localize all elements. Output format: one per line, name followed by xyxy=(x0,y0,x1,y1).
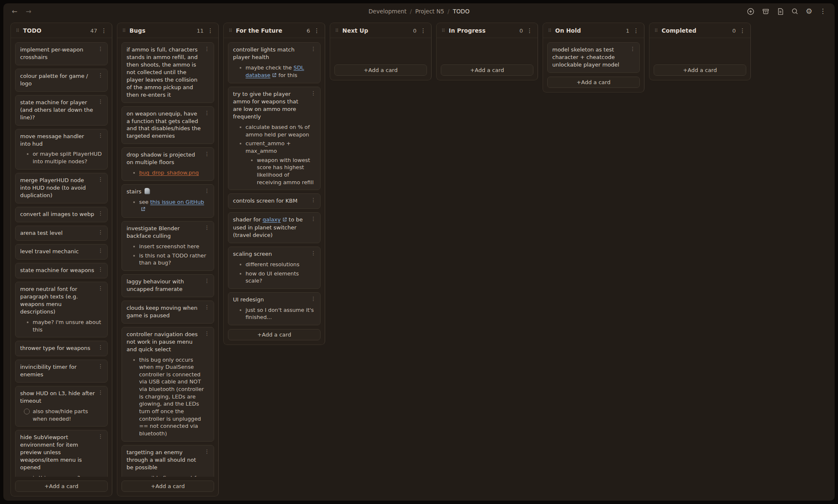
card[interactable]: scaling screen⋮different resolutionshow … xyxy=(228,247,321,289)
card-menu-icon[interactable]: ⋮ xyxy=(98,267,103,273)
card[interactable]: model skeleton as test character + cheat… xyxy=(547,42,640,73)
drag-handle-icon[interactable]: ⠿ xyxy=(442,28,445,33)
link[interactable]: this issue on GitHub xyxy=(150,199,204,205)
more-icon[interactable]: ⋮ xyxy=(820,7,826,15)
card-menu-icon[interactable]: ⋮ xyxy=(630,46,636,52)
card-menu-icon[interactable]: ⋮ xyxy=(204,305,210,310)
column-header[interactable]: ⠿Completed0⋮ xyxy=(649,23,750,38)
back-arrow-icon[interactable]: ← xyxy=(12,8,17,15)
column-menu-icon[interactable]: ⋮ xyxy=(314,28,320,33)
add-card-button[interactable]: +Add a card xyxy=(122,481,214,492)
add-card-button[interactable]: +Add a card xyxy=(15,481,108,492)
card[interactable]: drop shadow is projected on multiple flo… xyxy=(122,147,214,181)
card-menu-icon[interactable]: ⋮ xyxy=(204,46,210,52)
card-menu-icon[interactable]: ⋮ xyxy=(204,449,210,455)
card[interactable]: if ammo is full, characters stands in am… xyxy=(122,42,214,103)
add-card-button[interactable]: +Add a card xyxy=(441,64,533,76)
card[interactable]: try to give the player ammo for weapons … xyxy=(228,87,321,190)
card-menu-icon[interactable]: ⋮ xyxy=(311,216,316,222)
column-header[interactable]: ⠿On Hold1⋮ xyxy=(543,23,644,38)
card[interactable]: state machine for player (and others lat… xyxy=(15,95,108,126)
column-header[interactable]: ⠿In Progress0⋮ xyxy=(437,23,538,38)
card[interactable]: state machine for weapons⋮ xyxy=(15,263,108,278)
card-menu-icon[interactable]: ⋮ xyxy=(98,73,103,78)
card-menu-icon[interactable]: ⋮ xyxy=(204,278,210,284)
card[interactable]: investigate Blender backface culling⋮ins… xyxy=(122,221,214,271)
card-menu-icon[interactable]: ⋮ xyxy=(98,211,103,216)
add-card-button[interactable]: +Add a card xyxy=(547,77,640,88)
card[interactable]: laggy behaviour with uncapped framerate⋮ xyxy=(122,274,214,297)
drag-handle-icon[interactable]: ⠿ xyxy=(16,28,19,33)
card-menu-icon[interactable]: ⋮ xyxy=(311,198,316,203)
card-menu-icon[interactable]: ⋮ xyxy=(204,152,210,157)
card[interactable]: on weapon unequip, have a function that … xyxy=(122,106,214,144)
card-menu-icon[interactable]: ⋮ xyxy=(98,390,103,396)
card[interactable]: move message handler into hud⋮or maybe s… xyxy=(15,129,108,170)
card[interactable]: controls screen for KBM⋮ xyxy=(228,193,321,209)
card-menu-icon[interactable]: ⋮ xyxy=(98,364,103,369)
add-icon[interactable] xyxy=(747,7,755,15)
card-menu-icon[interactable]: ⋮ xyxy=(98,434,103,440)
column-menu-icon[interactable]: ⋮ xyxy=(101,28,107,33)
card-menu-icon[interactable]: ⋮ xyxy=(98,133,103,139)
breadcrumb-item[interactable]: TODO xyxy=(453,8,470,15)
card[interactable]: clouds keep moving when game is paused⋮ xyxy=(122,301,214,324)
card-menu-icon[interactable]: ⋮ xyxy=(98,248,103,254)
link[interactable]: galaxy xyxy=(263,216,281,223)
document-icon[interactable] xyxy=(777,7,784,15)
checkbox-circle[interactable] xyxy=(24,409,30,414)
card[interactable]: UI redesign⋮just so I don't assume it's … xyxy=(228,292,321,325)
card-menu-icon[interactable]: ⋮ xyxy=(98,286,103,291)
card[interactable]: stairs ⋮see this issue on GitHub xyxy=(122,184,214,218)
card-menu-icon[interactable]: ⋮ xyxy=(98,230,103,235)
column-menu-icon[interactable]: ⋮ xyxy=(633,28,639,33)
card-menu-icon[interactable]: ⋮ xyxy=(311,296,316,302)
drag-handle-icon[interactable]: ⠿ xyxy=(229,28,232,33)
card[interactable]: implement per-weapon crosshairs⋮ xyxy=(15,42,108,65)
add-card-button[interactable]: +Add a card xyxy=(228,329,321,340)
add-card-button[interactable]: +Add a card xyxy=(654,64,746,76)
card[interactable]: show HUD on L3, hide after timeout⋮also … xyxy=(15,386,108,427)
card[interactable]: targetting an enemy through a wall shoul… xyxy=(122,445,214,477)
card-menu-icon[interactable]: ⋮ xyxy=(204,331,210,337)
card[interactable]: colour palette for game / logo⋮ xyxy=(15,69,108,92)
breadcrumb-item[interactable]: Project N5 xyxy=(415,8,444,15)
card[interactable]: invincibility timer for enemies⋮ xyxy=(15,360,108,383)
column-menu-icon[interactable]: ⋮ xyxy=(527,28,533,33)
card[interactable]: arena test level⋮ xyxy=(15,226,108,241)
card[interactable]: level travel mechanic⋮ xyxy=(15,244,108,260)
column-header[interactable]: ⠿For the Future6⋮ xyxy=(224,23,325,38)
breadcrumb-item[interactable]: Development xyxy=(368,8,406,15)
column-header[interactable]: ⠿Bugs11⋮ xyxy=(117,23,218,38)
column-header[interactable]: ⠿TODO47⋮ xyxy=(11,23,112,38)
forward-arrow-icon[interactable]: → xyxy=(26,8,31,15)
archive-icon[interactable] xyxy=(762,7,770,15)
card-menu-icon[interactable]: ⋮ xyxy=(311,251,316,256)
drag-handle-icon[interactable]: ⠿ xyxy=(548,28,551,33)
card[interactable]: merge PlayerHUD node into HUD node (to a… xyxy=(15,173,108,203)
card-menu-icon[interactable]: ⋮ xyxy=(311,91,316,96)
card-menu-icon[interactable]: ⋮ xyxy=(311,46,316,52)
column-menu-icon[interactable]: ⋮ xyxy=(207,28,213,33)
card-menu-icon[interactable]: ⋮ xyxy=(98,177,103,183)
card-menu-icon[interactable]: ⋮ xyxy=(98,99,103,105)
card-menu-icon[interactable]: ⋮ xyxy=(98,345,103,350)
settings-icon[interactable]: ⚙ xyxy=(806,7,812,15)
card[interactable]: controller lights match player health⋮ma… xyxy=(228,42,321,83)
card[interactable]: more neutral font for paragraph texts (e… xyxy=(15,282,108,337)
card[interactable]: shader for galaxy to be used in planet s… xyxy=(228,212,321,243)
card[interactable]: thrower type for weapons⋮ xyxy=(15,341,108,356)
card-menu-icon[interactable]: ⋮ xyxy=(204,225,210,231)
drag-handle-icon[interactable]: ⠿ xyxy=(335,28,339,33)
card-menu-icon[interactable]: ⋮ xyxy=(98,46,103,52)
card[interactable]: convert all images to webp⋮ xyxy=(15,207,108,222)
card-menu-icon[interactable]: ⋮ xyxy=(204,188,210,194)
column-menu-icon[interactable]: ⋮ xyxy=(420,28,426,33)
drag-handle-icon[interactable]: ⠿ xyxy=(654,28,658,33)
search-icon[interactable] xyxy=(791,7,799,15)
column-menu-icon[interactable]: ⋮ xyxy=(740,28,745,33)
card-menu-icon[interactable]: ⋮ xyxy=(204,111,210,116)
add-card-button[interactable]: +Add a card xyxy=(334,64,427,76)
card[interactable]: hide SubViewport environment for item pr… xyxy=(15,430,108,477)
drag-handle-icon[interactable]: ⠿ xyxy=(122,28,126,33)
